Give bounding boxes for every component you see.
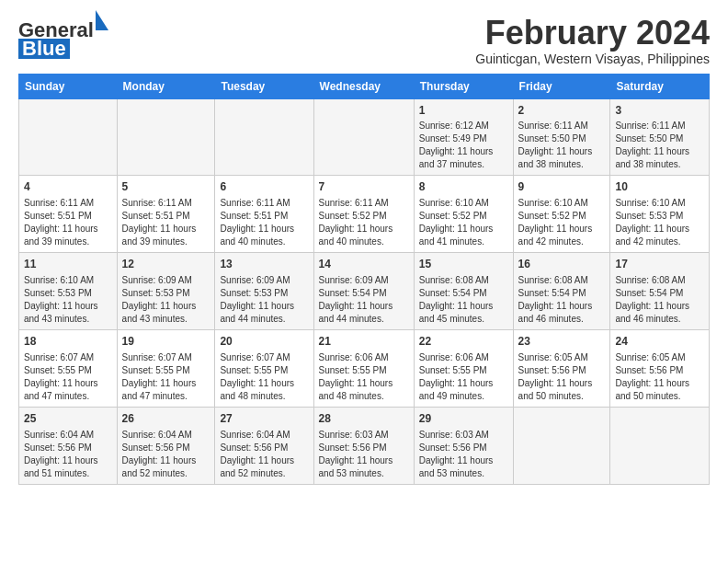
day-info: Sunrise: 6:04 AM Sunset: 5:56 PM Dayligh… <box>122 429 210 480</box>
day-number: 10 <box>615 179 704 195</box>
day-info: Sunrise: 6:11 AM Sunset: 5:50 PM Dayligh… <box>518 120 606 171</box>
calendar-week-5: 25Sunrise: 6:04 AM Sunset: 5:56 PM Dayli… <box>19 407 710 484</box>
calendar-cell: 8Sunrise: 6:10 AM Sunset: 5:52 PM Daylig… <box>414 176 513 253</box>
calendar-cell: 6Sunrise: 6:11 AM Sunset: 5:51 PM Daylig… <box>215 176 313 253</box>
day-info: Sunrise: 6:10 AM Sunset: 5:52 PM Dayligh… <box>518 197 606 248</box>
day-number: 9 <box>518 179 606 195</box>
header-thursday: Thursday <box>414 74 513 98</box>
day-number: 14 <box>319 257 409 272</box>
calendar-week-4: 18Sunrise: 6:07 AM Sunset: 5:55 PM Dayli… <box>19 329 710 407</box>
calendar-cell: 9Sunrise: 6:10 AM Sunset: 5:52 PM Daylig… <box>513 176 610 253</box>
day-number: 28 <box>319 411 409 427</box>
day-info: Sunrise: 6:07 AM Sunset: 5:55 PM Dayligh… <box>122 351 210 403</box>
header-wednesday: Wednesday <box>313 74 414 98</box>
calendar-cell: 26Sunrise: 6:04 AM Sunset: 5:56 PM Dayli… <box>117 407 215 484</box>
month-title: February 2024 <box>475 15 710 52</box>
day-info: Sunrise: 6:11 AM Sunset: 5:51 PM Dayligh… <box>220 197 308 248</box>
day-info: Sunrise: 6:09 AM Sunset: 5:54 PM Dayligh… <box>319 274 409 326</box>
day-info: Sunrise: 6:11 AM Sunset: 5:52 PM Dayligh… <box>319 197 409 248</box>
day-number: 12 <box>122 257 210 272</box>
day-info: Sunrise: 6:04 AM Sunset: 5:56 PM Dayligh… <box>24 429 112 480</box>
header-saturday: Saturday <box>610 74 710 98</box>
day-number: 2 <box>518 103 606 119</box>
calendar-cell: 23Sunrise: 6:05 AM Sunset: 5:56 PM Dayli… <box>513 329 610 407</box>
day-number: 11 <box>24 257 112 272</box>
header-sunday: Sunday <box>19 74 118 98</box>
day-number: 24 <box>615 334 704 350</box>
calendar-cell: 2Sunrise: 6:11 AM Sunset: 5:50 PM Daylig… <box>513 98 610 176</box>
day-number: 5 <box>122 179 210 195</box>
calendar-week-2: 4Sunrise: 6:11 AM Sunset: 5:51 PM Daylig… <box>19 176 710 253</box>
calendar-cell: 21Sunrise: 6:06 AM Sunset: 5:55 PM Dayli… <box>313 329 414 407</box>
header-tuesday: Tuesday <box>215 74 313 98</box>
day-number: 13 <box>220 257 308 272</box>
day-info: Sunrise: 6:09 AM Sunset: 5:53 PM Dayligh… <box>122 274 210 326</box>
calendar-cell: 29Sunrise: 6:03 AM Sunset: 5:56 PM Dayli… <box>414 407 513 484</box>
day-number: 29 <box>419 411 508 427</box>
calendar-cell: 20Sunrise: 6:07 AM Sunset: 5:55 PM Dayli… <box>215 329 313 407</box>
calendar-cell: 7Sunrise: 6:11 AM Sunset: 5:52 PM Daylig… <box>313 176 414 253</box>
calendar-cell <box>513 407 610 484</box>
calendar-table: Sunday Monday Tuesday Wednesday Thursday… <box>18 74 710 485</box>
header-monday: Monday <box>117 74 215 98</box>
title-area: February 2024 Guinticgan, Western Visaya… <box>475 15 710 66</box>
day-number: 17 <box>615 257 704 272</box>
day-info: Sunrise: 6:07 AM Sunset: 5:55 PM Dayligh… <box>220 351 308 403</box>
day-number: 19 <box>122 334 210 350</box>
day-number: 23 <box>518 334 606 350</box>
calendar-cell: 5Sunrise: 6:11 AM Sunset: 5:51 PM Daylig… <box>117 176 215 253</box>
calendar-week-3: 11Sunrise: 6:10 AM Sunset: 5:53 PM Dayli… <box>19 253 710 330</box>
calendar-cell <box>117 98 215 176</box>
calendar-week-1: 1Sunrise: 6:12 AM Sunset: 5:49 PM Daylig… <box>19 98 710 176</box>
location-subtitle: Guinticgan, Western Visayas, Philippines <box>475 52 710 66</box>
day-info: Sunrise: 6:10 AM Sunset: 5:52 PM Dayligh… <box>419 197 508 248</box>
day-number: 1 <box>419 103 508 119</box>
calendar-cell: 25Sunrise: 6:04 AM Sunset: 5:56 PM Dayli… <box>19 407 118 484</box>
day-info: Sunrise: 6:12 AM Sunset: 5:49 PM Dayligh… <box>419 120 508 171</box>
day-info: Sunrise: 6:11 AM Sunset: 5:50 PM Dayligh… <box>615 120 704 171</box>
calendar-cell: 14Sunrise: 6:09 AM Sunset: 5:54 PM Dayli… <box>313 253 414 330</box>
day-info: Sunrise: 6:11 AM Sunset: 5:51 PM Dayligh… <box>24 197 112 248</box>
calendar-cell: 16Sunrise: 6:08 AM Sunset: 5:54 PM Dayli… <box>513 253 610 330</box>
day-info: Sunrise: 6:08 AM Sunset: 5:54 PM Dayligh… <box>615 274 704 326</box>
day-info: Sunrise: 6:09 AM Sunset: 5:53 PM Dayligh… <box>220 274 308 326</box>
day-number: 4 <box>24 179 112 195</box>
day-number: 27 <box>220 411 308 427</box>
day-info: Sunrise: 6:08 AM Sunset: 5:54 PM Dayligh… <box>518 274 606 326</box>
day-number: 7 <box>319 179 409 195</box>
day-info: Sunrise: 6:05 AM Sunset: 5:56 PM Dayligh… <box>615 351 704 403</box>
calendar-cell <box>313 98 414 176</box>
day-info: Sunrise: 6:08 AM Sunset: 5:54 PM Dayligh… <box>419 274 508 326</box>
day-number: 6 <box>220 179 308 195</box>
day-number: 21 <box>319 334 409 350</box>
calendar-cell: 18Sunrise: 6:07 AM Sunset: 5:55 PM Dayli… <box>19 329 118 407</box>
day-number: 26 <box>122 411 210 427</box>
day-info: Sunrise: 6:10 AM Sunset: 5:53 PM Dayligh… <box>24 274 112 326</box>
day-info: Sunrise: 6:06 AM Sunset: 5:55 PM Dayligh… <box>319 351 409 403</box>
calendar-cell: 17Sunrise: 6:08 AM Sunset: 5:54 PM Dayli… <box>610 253 710 330</box>
day-number: 8 <box>419 179 508 195</box>
day-info: Sunrise: 6:05 AM Sunset: 5:56 PM Dayligh… <box>518 351 606 403</box>
calendar-cell: 27Sunrise: 6:04 AM Sunset: 5:56 PM Dayli… <box>215 407 313 484</box>
logo-blue: Blue <box>22 37 66 61</box>
calendar-cell: 11Sunrise: 6:10 AM Sunset: 5:53 PM Dayli… <box>19 253 118 330</box>
calendar-cell: 13Sunrise: 6:09 AM Sunset: 5:53 PM Dayli… <box>215 253 313 330</box>
calendar-cell: 19Sunrise: 6:07 AM Sunset: 5:55 PM Dayli… <box>117 329 215 407</box>
calendar-cell <box>19 98 118 176</box>
calendar-cell: 4Sunrise: 6:11 AM Sunset: 5:51 PM Daylig… <box>19 176 118 253</box>
day-info: Sunrise: 6:06 AM Sunset: 5:55 PM Dayligh… <box>419 351 508 403</box>
calendar-cell: 10Sunrise: 6:10 AM Sunset: 5:53 PM Dayli… <box>610 176 710 253</box>
day-number: 3 <box>615 103 704 119</box>
calendar-cell: 28Sunrise: 6:03 AM Sunset: 5:56 PM Dayli… <box>313 407 414 484</box>
calendar-cell: 12Sunrise: 6:09 AM Sunset: 5:53 PM Dayli… <box>117 253 215 330</box>
calendar-cell: 24Sunrise: 6:05 AM Sunset: 5:56 PM Dayli… <box>610 329 710 407</box>
header-row: Sunday Monday Tuesday Wednesday Thursday… <box>19 74 710 98</box>
day-info: Sunrise: 6:03 AM Sunset: 5:56 PM Dayligh… <box>319 429 409 480</box>
calendar-cell: 15Sunrise: 6:08 AM Sunset: 5:54 PM Dayli… <box>414 253 513 330</box>
calendar-cell: 22Sunrise: 6:06 AM Sunset: 5:55 PM Dayli… <box>414 329 513 407</box>
calendar-cell: 1Sunrise: 6:12 AM Sunset: 5:49 PM Daylig… <box>414 98 513 176</box>
calendar-cell <box>610 407 710 484</box>
day-number: 22 <box>419 334 508 350</box>
calendar-cell <box>215 98 313 176</box>
day-number: 15 <box>419 257 508 272</box>
